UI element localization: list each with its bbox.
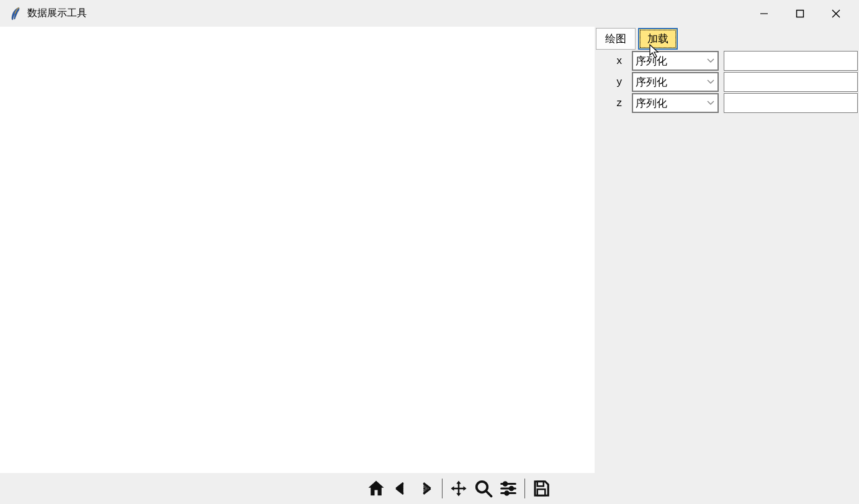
pan-button[interactable] [446, 476, 471, 501]
svg-point-28 [510, 487, 513, 490]
svg-line-23 [486, 491, 492, 497]
save-button[interactable] [529, 476, 554, 501]
matplotlib-toolbar [0, 473, 859, 504]
z-label: z [596, 97, 632, 109]
configure-button[interactable] [496, 476, 521, 501]
x-label: x [596, 55, 632, 67]
svg-rect-30 [537, 482, 544, 487]
side-panel: 绘图 加载 x 序列化 y 序列化 z [595, 27, 859, 473]
chevron-down-icon [704, 79, 717, 84]
chevron-down-icon [704, 58, 717, 63]
y-combo[interactable]: 序列化 [632, 72, 719, 92]
y-combo-value: 序列化 [633, 75, 704, 89]
x-entry[interactable] [724, 51, 858, 71]
plot-button[interactable]: 绘图 [596, 28, 636, 50]
svg-line-13 [402, 488, 403, 489]
x-combo-value: 序列化 [633, 54, 704, 68]
minimize-button[interactable] [746, 0, 782, 27]
z-combo-value: 序列化 [633, 96, 704, 110]
zoom-button[interactable] [471, 476, 496, 501]
toolbar-separator [524, 479, 525, 498]
close-button[interactable] [818, 0, 854, 27]
y-label: y [596, 76, 632, 88]
window-title: 数据展示工具 [27, 7, 87, 20]
svg-line-21 [423, 488, 425, 489]
back-button[interactable] [389, 476, 413, 501]
forward-button[interactable] [413, 476, 438, 501]
load-button[interactable]: 加载 [638, 28, 678, 50]
app-feather-icon [10, 6, 21, 21]
svg-point-27 [503, 482, 507, 486]
z-combo[interactable]: 序列化 [632, 93, 719, 113]
plot-canvas [0, 27, 595, 473]
svg-point-29 [505, 492, 509, 495]
maximize-button[interactable] [782, 0, 818, 27]
chevron-down-icon [704, 101, 717, 106]
y-entry[interactable] [724, 72, 858, 92]
z-entry[interactable] [724, 93, 858, 113]
svg-rect-1 [797, 10, 804, 17]
home-button[interactable] [364, 476, 389, 501]
toolbar-separator [442, 479, 443, 498]
x-combo[interactable]: 序列化 [632, 51, 719, 71]
title-bar: 数据展示工具 [0, 0, 859, 27]
